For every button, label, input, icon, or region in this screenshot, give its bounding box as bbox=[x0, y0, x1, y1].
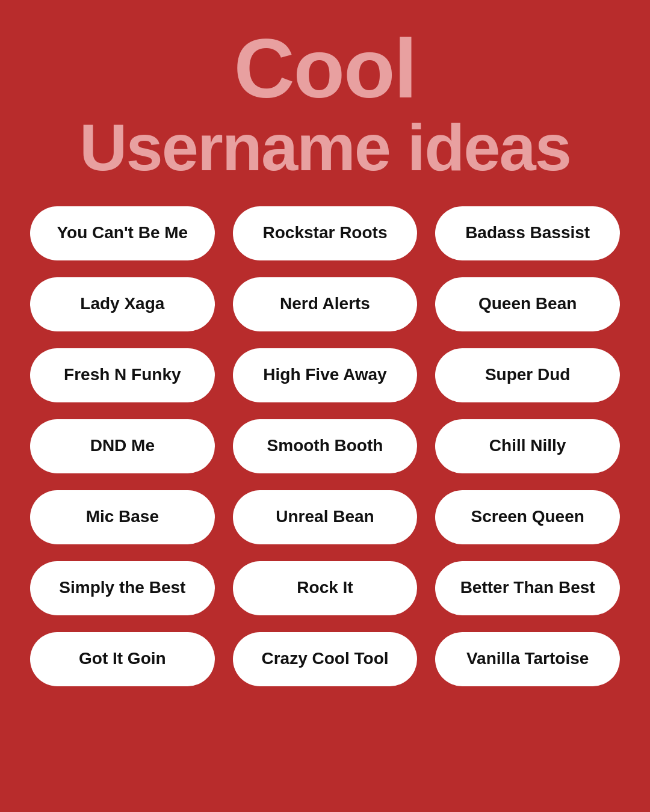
username-label: Chill Nilly bbox=[489, 437, 566, 455]
username-label: Fresh N Funky bbox=[64, 366, 181, 384]
username-pill: DND Me bbox=[30, 419, 215, 473]
username-label: Nerd Alerts bbox=[280, 295, 370, 313]
username-pill: Vanilla Tartoise bbox=[435, 632, 620, 686]
username-pill: Chill Nilly bbox=[435, 419, 620, 473]
username-label: High Five Away bbox=[263, 366, 386, 384]
username-label: Super Dud bbox=[485, 366, 571, 384]
username-label: You Can't Be Me bbox=[57, 224, 188, 242]
username-label: Rock It bbox=[297, 579, 353, 597]
username-pill: Simply the Best bbox=[30, 561, 215, 615]
username-pill: Rock It bbox=[233, 561, 418, 615]
username-label: Smooth Booth bbox=[267, 437, 383, 455]
username-pill: High Five Away bbox=[233, 348, 418, 402]
page-header: Cool Username ideas bbox=[67, 0, 583, 200]
username-label: Crazy Cool Tool bbox=[261, 650, 388, 668]
username-label: Lady Xaga bbox=[80, 295, 164, 313]
username-pill: Got It Goin bbox=[30, 632, 215, 686]
username-grid: You Can't Be MeRockstar RootsBadass Bass… bbox=[0, 200, 650, 704]
username-label: Rockstar Roots bbox=[263, 224, 388, 242]
username-label: Unreal Bean bbox=[276, 508, 374, 526]
username-pill: You Can't Be Me bbox=[30, 206, 215, 260]
username-pill: Badass Bassist bbox=[435, 206, 620, 260]
username-pill: Smooth Booth bbox=[233, 419, 418, 473]
username-label: DND Me bbox=[90, 437, 155, 455]
username-label: Screen Queen bbox=[471, 508, 584, 526]
header-title-line2: Username ideas bbox=[79, 112, 571, 182]
username-pill: Rockstar Roots bbox=[233, 206, 418, 260]
username-pill: Nerd Alerts bbox=[233, 277, 418, 331]
username-pill: Unreal Bean bbox=[233, 490, 418, 544]
username-pill: Super Dud bbox=[435, 348, 620, 402]
username-label: Simply the Best bbox=[59, 579, 185, 597]
username-label: Queen Bean bbox=[478, 295, 577, 313]
username-label: Mic Base bbox=[86, 508, 159, 526]
username-pill: Mic Base bbox=[30, 490, 215, 544]
username-pill: Lady Xaga bbox=[30, 277, 215, 331]
username-pill: Better Than Best bbox=[435, 561, 620, 615]
username-pill: Screen Queen bbox=[435, 490, 620, 544]
username-label: Vanilla Tartoise bbox=[466, 650, 589, 668]
username-label: Got It Goin bbox=[79, 650, 166, 668]
username-label: Better Than Best bbox=[460, 579, 595, 597]
username-label: Badass Bassist bbox=[465, 224, 590, 242]
header-title-line1: Cool bbox=[79, 24, 571, 112]
username-pill: Fresh N Funky bbox=[30, 348, 215, 402]
username-pill: Queen Bean bbox=[435, 277, 620, 331]
username-pill: Crazy Cool Tool bbox=[233, 632, 418, 686]
